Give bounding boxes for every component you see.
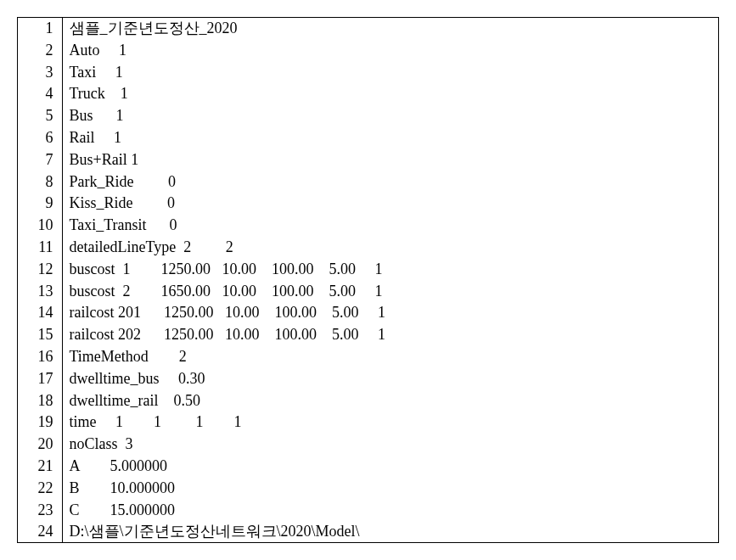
table-row: 2Auto 1 <box>18 40 718 62</box>
table-row: 6Rail 1 <box>18 127 718 149</box>
line-number: 4 <box>18 83 62 105</box>
line-content: buscost 1 1250.00 10.00 100.00 5.00 1 <box>62 259 718 281</box>
line-content: D:\샘플\기준년도정산네트워크\2020\Model\ <box>62 521 718 543</box>
line-number: 3 <box>18 62 62 84</box>
table-row: 13buscost 2 1650.00 10.00 100.00 5.00 1 <box>18 281 718 303</box>
table-row: 20noClass 3 <box>18 434 718 456</box>
table-row: 16TimeMethod 2 <box>18 346 718 368</box>
line-number: 5 <box>18 105 62 127</box>
table-row: 9Kiss_Ride 0 <box>18 193 718 215</box>
table-row: 10Taxi_Transit 0 <box>18 215 718 237</box>
table-row: 11detailedLineType 2 2 <box>18 237 718 259</box>
line-number: 19 <box>18 412 62 434</box>
line-content: dwelltime_rail 0.50 <box>62 390 718 412</box>
table-row: 23C 15.000000 <box>18 500 718 522</box>
table-row: 8Park_Ride 0 <box>18 171 718 193</box>
line-content: Park_Ride 0 <box>62 171 718 193</box>
line-content: Bus+Rail 1 <box>62 149 718 171</box>
table-row: 15railcost 202 1250.00 10.00 100.00 5.00… <box>18 324 718 346</box>
table-row: 22B 10.000000 <box>18 478 718 500</box>
table-row: 21A 5.000000 <box>18 456 718 478</box>
line-content: railcost 201 1250.00 10.00 100.00 5.00 1 <box>62 302 718 324</box>
line-content: detailedLineType 2 2 <box>62 237 718 259</box>
table-row: 19time 1 1 1 1 <box>18 412 718 434</box>
line-content: Rail 1 <box>62 127 718 149</box>
table-row: 4Truck 1 <box>18 83 718 105</box>
line-content: buscost 2 1650.00 10.00 100.00 5.00 1 <box>62 281 718 303</box>
line-number: 8 <box>18 171 62 193</box>
line-content: Kiss_Ride 0 <box>62 193 718 215</box>
line-number: 23 <box>18 500 62 522</box>
line-number: 18 <box>18 390 62 412</box>
line-content: Bus 1 <box>62 105 718 127</box>
table-row: 24D:\샘플\기준년도정산네트워크\2020\Model\ <box>18 521 718 543</box>
table-row: 5Bus 1 <box>18 105 718 127</box>
line-number: 10 <box>18 215 62 237</box>
line-content: railcost 202 1250.00 10.00 100.00 5.00 1 <box>62 324 718 346</box>
table-row: 7Bus+Rail 1 <box>18 149 718 171</box>
table-row: 18dwelltime_rail 0.50 <box>18 390 718 412</box>
line-content: Taxi 1 <box>62 62 718 84</box>
line-content: Truck 1 <box>62 83 718 105</box>
line-content: A 5.000000 <box>62 456 718 478</box>
line-content: TimeMethod 2 <box>62 346 718 368</box>
line-number: 21 <box>18 456 62 478</box>
line-number: 17 <box>18 368 62 390</box>
line-content: time 1 1 1 1 <box>62 412 718 434</box>
line-content: dwelltime_bus 0.30 <box>62 368 718 390</box>
line-number: 20 <box>18 434 62 456</box>
line-content: C 15.000000 <box>62 500 718 522</box>
line-number: 22 <box>18 478 62 500</box>
line-number: 7 <box>18 149 62 171</box>
line-number: 16 <box>18 346 62 368</box>
line-number: 2 <box>18 40 62 62</box>
line-content: noClass 3 <box>62 434 718 456</box>
table-row: 12buscost 1 1250.00 10.00 100.00 5.00 1 <box>18 259 718 281</box>
table-row: 1샘플_기준년도정산_2020 <box>18 18 718 40</box>
line-content: B 10.000000 <box>62 478 718 500</box>
line-number: 24 <box>18 521 62 543</box>
table-row: 17dwelltime_bus 0.30 <box>18 368 718 390</box>
config-file-view: 1샘플_기준년도정산_20202Auto 13Taxi 14Truck 15Bu… <box>17 17 719 543</box>
table-row: 3Taxi 1 <box>18 62 718 84</box>
line-number: 9 <box>18 193 62 215</box>
line-content: Taxi_Transit 0 <box>62 215 718 237</box>
config-table: 1샘플_기준년도정산_20202Auto 13Taxi 14Truck 15Bu… <box>18 18 718 543</box>
line-number: 14 <box>18 302 62 324</box>
line-content: 샘플_기준년도정산_2020 <box>62 18 718 40</box>
line-number: 11 <box>18 237 62 259</box>
line-number: 13 <box>18 281 62 303</box>
line-content: Auto 1 <box>62 40 718 62</box>
line-number: 15 <box>18 324 62 346</box>
line-number: 12 <box>18 259 62 281</box>
table-row: 14railcost 201 1250.00 10.00 100.00 5.00… <box>18 302 718 324</box>
line-number: 6 <box>18 127 62 149</box>
line-number: 1 <box>18 18 62 40</box>
